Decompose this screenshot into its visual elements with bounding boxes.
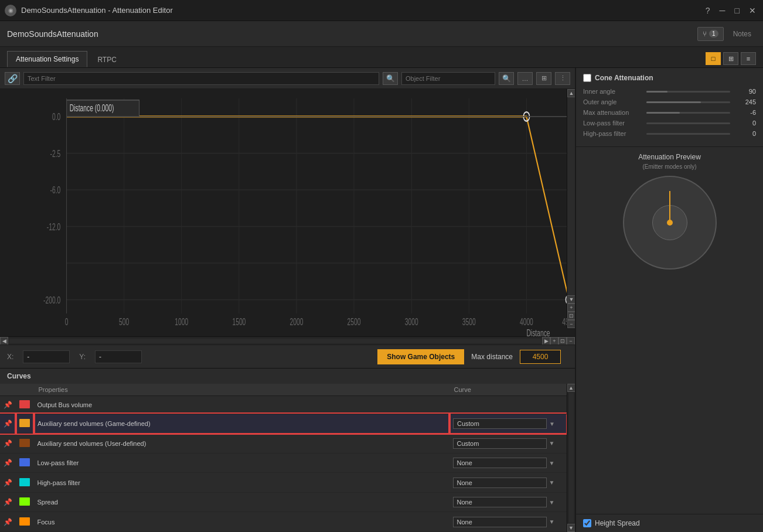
svg-text:Distance: Distance	[526, 328, 550, 336]
curves-panel: Curves Properties Curve 📌	[0, 368, 575, 532]
pin-icon-6[interactable]: 📌	[4, 518, 12, 526]
table-row: 📌 Spread None Custom ▼	[0, 492, 567, 512]
outer-angle-value: 245	[735, 98, 756, 105]
object-filter-search-btn[interactable]: 🔍	[499, 72, 514, 85]
max-attenuation-slider[interactable]	[646, 112, 730, 114]
text-filter-input[interactable]	[23, 72, 379, 85]
dropdown-arrow-1: ▼	[549, 421, 555, 427]
tab-rtpc[interactable]: RTPC	[88, 52, 125, 67]
curve-dropdown-6[interactable]: None Custom	[453, 517, 547, 527]
outer-angle-label: Outer angle	[583, 98, 642, 105]
scroll-track-h	[9, 339, 541, 343]
scroll-right-arrow[interactable]: ▶	[542, 337, 550, 345]
outer-angle-slider[interactable]	[646, 101, 730, 103]
tab-attenuation-settings[interactable]: Attenuation Settings	[7, 51, 87, 67]
window-help-icon[interactable]: ?	[703, 6, 713, 15]
pin-icon-4[interactable]: 📌	[4, 479, 12, 487]
curves-scroll-up[interactable]: ▲	[567, 384, 575, 392]
window-minimize-btn[interactable]: ─	[717, 6, 728, 15]
low-pass-slider[interactable]	[646, 122, 730, 124]
graph-vertical-scrollbar[interactable]: ▲ ▼ + ⊡ −	[567, 89, 575, 328]
high-pass-label: High-pass filter	[583, 130, 642, 137]
curve-dropdown-5[interactable]: None Custom	[453, 497, 547, 507]
notes-button[interactable]: Notes	[728, 28, 756, 40]
show-game-objects-button[interactable]: Show Game Objects	[377, 349, 464, 364]
attenuation-graph[interactable]: 0.0 -2.5 -6.0 -12.0 -200.0 Auxiliary sen…	[0, 89, 575, 336]
curve-cell-6: None Custom ▼	[449, 512, 567, 532]
curve-cell-4: None Custom ▼	[449, 473, 567, 493]
svg-text:0.0: 0.0	[52, 112, 60, 122]
max-attenuation-row: Max attenuation -6	[583, 109, 756, 116]
object-filter-input[interactable]	[401, 72, 495, 85]
zoom-minus-btn[interactable]: −	[567, 320, 575, 328]
scroll-down-arrow[interactable]: ▼	[567, 295, 575, 303]
preview-emitter-line	[669, 191, 670, 223]
preview-subtitle: (Emitter modes only)	[642, 163, 696, 170]
window-close-btn[interactable]: ✕	[747, 6, 758, 15]
curve-dropdown-2[interactable]: Custom None	[453, 438, 547, 449]
title-bar: ◉ DemoSoundsAttenuation - Attenuation Ed…	[0, 0, 763, 21]
graph-horizontal-scrollbar[interactable]: ◀ ▶ + ⊡ −	[0, 336, 575, 345]
curve-value-0	[453, 401, 455, 408]
property-name-2: Auxiliary send volumes (User-defined)	[34, 434, 449, 453]
property-name-5: Spread	[34, 492, 449, 512]
curve-cell-1: Custom None Linear ▼	[449, 414, 567, 434]
right-panel: Cone Attenuation Inner angle 90 Outer an…	[575, 68, 763, 532]
cone-attenuation-title: Cone Attenuation	[595, 74, 653, 82]
game-obj-bar: Show Game Objects Max distance	[377, 349, 568, 364]
branch-button[interactable]: ⑂ 1	[697, 27, 724, 41]
inner-angle-slider[interactable]	[646, 91, 730, 93]
title-bar-text: DemoSoundsAttenuation - Attenuation Edit…	[21, 6, 173, 15]
window-maximize-btn[interactable]: □	[733, 6, 742, 15]
tab-view-controls: □ ⊞ ≡	[706, 52, 756, 67]
curve-dropdown-1[interactable]: Custom None Linear	[453, 418, 547, 429]
filter-extra-btn-3[interactable]: ⋮	[555, 72, 570, 85]
svg-text:1500: 1500	[232, 317, 246, 328]
high-pass-row: High-pass filter 0	[583, 130, 756, 137]
svg-text:3500: 3500	[462, 317, 476, 328]
scroll-left-arrow[interactable]: ◀	[0, 337, 8, 345]
dropdown-arrow-6: ▼	[549, 519, 555, 525]
filter-extra-btn-2[interactable]: ⊞	[536, 72, 551, 85]
curve-dropdown-4[interactable]: None Custom	[453, 478, 547, 488]
curves-scroll-down[interactable]: ▼	[567, 524, 575, 532]
graph-area: 0.0 -2.5 -6.0 -12.0 -200.0 Auxiliary sen…	[0, 89, 575, 336]
y-value: -	[95, 350, 142, 363]
zoom-fit-btn[interactable]: ⊡	[567, 312, 575, 320]
filter-link-button[interactable]: 🔗	[5, 72, 20, 85]
pin-icon-5[interactable]: 📌	[4, 498, 12, 506]
property-name-4: High-pass filter	[34, 473, 449, 493]
view-list-btn[interactable]: ≡	[741, 52, 756, 65]
max-distance-label: Max distance	[471, 353, 513, 361]
view-single-btn[interactable]: □	[706, 52, 721, 65]
scroll-add-btn[interactable]: +	[550, 337, 558, 345]
svg-text:-200.0: -200.0	[43, 295, 60, 306]
max-attenuation-label: Max attenuation	[583, 109, 642, 116]
curve-dropdown-3[interactable]: None Custom	[453, 458, 547, 468]
max-distance-input[interactable]	[520, 350, 561, 364]
scroll-minus-h-btn[interactable]: −	[567, 337, 575, 345]
branch-icon: ⑂	[703, 30, 707, 38]
high-pass-slider[interactable]	[646, 133, 730, 135]
svg-text:-2.5: -2.5	[50, 148, 60, 159]
pin-icon-3[interactable]: 📌	[4, 459, 12, 467]
scroll-fit-h-btn[interactable]: ⊡	[558, 337, 567, 345]
height-spread-checkbox[interactable]	[583, 519, 591, 527]
cone-attenuation-checkbox[interactable]	[583, 74, 591, 82]
view-split-btn[interactable]: ⊞	[723, 52, 738, 65]
scroll-up-arrow[interactable]: ▲	[567, 89, 575, 97]
filter-extra-btn-1[interactable]: …	[517, 72, 533, 85]
pin-icon-1[interactable]: 📌	[4, 420, 12, 428]
text-filter-search-btn[interactable]: 🔍	[383, 72, 398, 85]
table-row: 📌 Auxiliary send volumes (Game-defined) …	[0, 414, 567, 434]
pin-icon-2[interactable]: 📌	[4, 439, 12, 448]
table-row: 📌 Low-pass filter None Custom ▼	[0, 453, 567, 473]
zoom-plus-btn[interactable]: +	[567, 303, 575, 312]
low-pass-value: 0	[735, 120, 756, 127]
svg-text:2000: 2000	[290, 317, 304, 328]
inner-angle-value: 90	[735, 88, 756, 95]
pin-icon-0[interactable]: 📌	[4, 401, 12, 409]
color-swatch-1	[19, 419, 30, 427]
color-swatch-6	[19, 517, 30, 526]
outer-angle-row: Outer angle 245	[583, 98, 756, 105]
